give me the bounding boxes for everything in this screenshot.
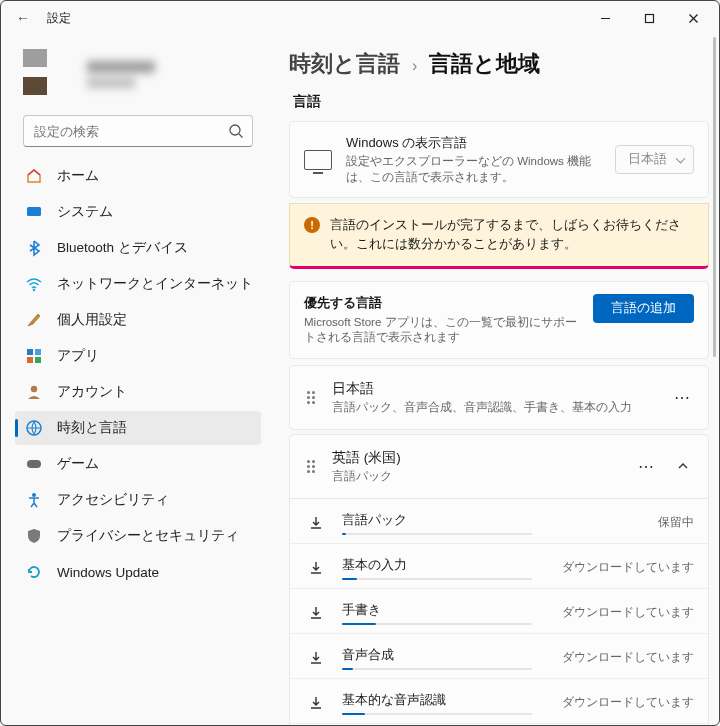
- language-features: 言語パック: [332, 469, 620, 484]
- svg-point-7: [33, 289, 35, 291]
- install-warning: ! 言語のインストールが完了するまで、しばらくお待ちください。これには数分かかる…: [289, 203, 709, 269]
- breadcrumb: 時刻と言語 › 言語と地域: [289, 49, 709, 79]
- language-item-japanese[interactable]: 日本語 言語パック、音声合成、音声認識、手書き、基本の入力 ⋯: [289, 365, 709, 430]
- nav-home[interactable]: ホーム: [15, 159, 261, 193]
- download-label: 音声合成: [342, 646, 544, 664]
- window-title: 設定: [47, 10, 71, 27]
- breadcrumb-current: 言語と地域: [429, 49, 540, 79]
- system-icon: [25, 203, 43, 221]
- accessibility-icon: [25, 491, 43, 509]
- nav-label: ゲーム: [57, 455, 99, 473]
- display-language-title: Windows の表示言語: [346, 134, 601, 152]
- download-label: 言語パック: [342, 511, 640, 529]
- download-list: 言語パック 保留中 基本の入力 ダウンロードしています 手書き ダウンロードして…: [289, 499, 709, 725]
- download-icon: [308, 515, 324, 531]
- language-name: 日本語: [332, 380, 656, 398]
- collapse-button[interactable]: [672, 455, 694, 477]
- nav-personalization[interactable]: 個人用設定: [15, 303, 261, 337]
- back-button[interactable]: ←: [11, 6, 35, 30]
- download-label: 基本的な音声認識: [342, 691, 544, 709]
- minimize-button[interactable]: [583, 3, 627, 33]
- nav-apps[interactable]: アプリ: [15, 339, 261, 373]
- drag-handle-icon[interactable]: [304, 460, 318, 473]
- nav-bluetooth[interactable]: Bluetooth とデバイス: [15, 231, 261, 265]
- nav-label: アカウント: [57, 383, 127, 401]
- preferred-title: 優先する言語: [304, 294, 579, 312]
- brush-icon: [25, 311, 43, 329]
- svg-point-4: [230, 125, 240, 135]
- nav-privacy[interactable]: プライバシーとセキュリティ: [15, 519, 261, 553]
- scrollbar[interactable]: [712, 37, 717, 719]
- search-input[interactable]: [34, 124, 228, 139]
- home-icon: [25, 167, 43, 185]
- breadcrumb-parent[interactable]: 時刻と言語: [289, 49, 400, 79]
- wifi-icon: [25, 275, 43, 293]
- add-language-button[interactable]: 言語の追加: [593, 294, 694, 323]
- download-icon: [308, 560, 324, 576]
- download-status: ダウンロードしています: [562, 695, 694, 710]
- download-row: 音声合成 ダウンロードしています: [290, 634, 708, 679]
- nav-label: ホーム: [57, 167, 99, 185]
- nav-system[interactable]: システム: [15, 195, 261, 229]
- display-language-card[interactable]: Windows の表示言語 設定やエクスプローラーなどの Windows 機能は…: [289, 121, 709, 198]
- profile[interactable]: [5, 43, 267, 111]
- nav-label: アクセシビリティ: [57, 491, 169, 509]
- warning-icon: !: [304, 217, 320, 233]
- nav-gaming[interactable]: ゲーム: [15, 447, 261, 481]
- monitor-icon: [304, 150, 332, 170]
- nav-accounts[interactable]: アカウント: [15, 375, 261, 409]
- svg-rect-10: [27, 357, 33, 363]
- language-item-english-us[interactable]: 英語 (米国) 言語パック ⋯: [289, 434, 709, 499]
- language-name: 英語 (米国): [332, 449, 620, 467]
- download-status: 保留中: [658, 515, 694, 530]
- close-button[interactable]: [671, 3, 715, 33]
- download-row: 言語パック 保留中: [290, 499, 708, 544]
- nav-label: ネットワークとインターネット: [57, 275, 253, 293]
- download-row: 手書き ダウンロードしています: [290, 589, 708, 634]
- download-status: ダウンロードしています: [562, 650, 694, 665]
- svg-line-5: [239, 134, 243, 138]
- download-label: 手書き: [342, 601, 544, 619]
- display-language-select[interactable]: 日本語: [615, 145, 694, 174]
- nav-label: Bluetooth とデバイス: [57, 239, 188, 257]
- svg-point-15: [32, 493, 36, 497]
- download-row: 基本の入力 ダウンロードしています: [290, 544, 708, 589]
- nav-label: 個人用設定: [57, 311, 127, 329]
- bluetooth-icon: [25, 239, 43, 257]
- svg-rect-1: [645, 14, 653, 22]
- display-language-sub: 設定やエクスプローラーなどの Windows 機能は、この言語で表示されます。: [346, 154, 601, 185]
- titlebar: ← 設定: [1, 1, 719, 35]
- clock-globe-icon: [25, 419, 43, 437]
- shield-icon: [25, 527, 43, 545]
- main-content: 時刻と言語 › 言語と地域 言語 Windows の表示言語 設定やエクスプロー…: [273, 35, 719, 725]
- avatar: [23, 49, 73, 99]
- download-status: ダウンロードしています: [562, 560, 694, 575]
- download-label: 基本の入力: [342, 556, 544, 574]
- svg-rect-8: [27, 349, 33, 355]
- download-status: ダウンロードしています: [562, 605, 694, 620]
- nav-windows-update[interactable]: Windows Update: [15, 555, 261, 589]
- drag-handle-icon[interactable]: [304, 391, 318, 404]
- search-box[interactable]: [23, 115, 253, 147]
- nav-label: 時刻と言語: [57, 419, 127, 437]
- search-icon: [228, 123, 244, 139]
- nav-time-language[interactable]: 時刻と言語: [15, 411, 261, 445]
- preferred-languages-card: 優先する言語 Microsoft Store アプリは、この一覧で最初にサポート…: [289, 281, 709, 359]
- svg-rect-14: [27, 460, 41, 468]
- language-features: 言語パック、音声合成、音声認識、手書き、基本の入力: [332, 400, 656, 415]
- svg-point-12: [31, 386, 37, 392]
- gaming-icon: [25, 455, 43, 473]
- more-button[interactable]: ⋯: [634, 457, 658, 476]
- breadcrumb-sep: ›: [412, 57, 417, 75]
- download-icon: [308, 605, 324, 621]
- nav-label: Windows Update: [57, 565, 159, 580]
- svg-rect-11: [35, 357, 41, 363]
- apps-icon: [25, 347, 43, 365]
- nav-label: システム: [57, 203, 113, 221]
- download-row: 基本的な音声認識 ダウンロードしています: [290, 679, 708, 724]
- maximize-button[interactable]: [627, 3, 671, 33]
- warning-text: 言語のインストールが完了するまで、しばらくお待ちください。これには数分かかること…: [330, 216, 694, 254]
- nav-accessibility[interactable]: アクセシビリティ: [15, 483, 261, 517]
- more-button[interactable]: ⋯: [670, 388, 694, 407]
- nav-network[interactable]: ネットワークとインターネット: [15, 267, 261, 301]
